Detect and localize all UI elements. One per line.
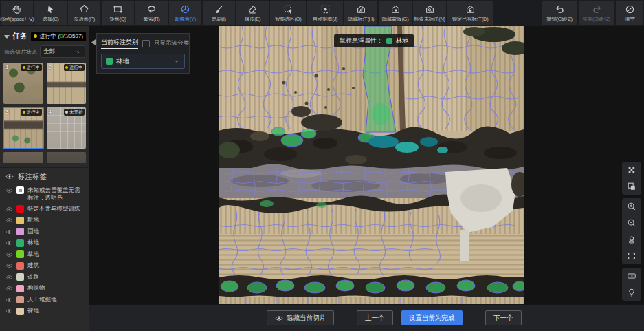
tool-smart-select[interactable]: 智能选区(O) xyxy=(270,1,306,25)
label-row-unknown[interactable]: 未知或云雪覆盖无需标注，透明色 xyxy=(0,184,89,203)
category-color-swatch xyxy=(106,58,113,65)
previous-button[interactable]: 上一个 xyxy=(357,310,393,325)
redo-button[interactable]: 恢复(Shift+Z) xyxy=(579,1,614,25)
thumbnail-4[interactable]: 4 未开始 xyxy=(47,107,87,149)
eye-icon[interactable] xyxy=(5,274,13,281)
next-button[interactable]: 下一个 xyxy=(485,310,522,325)
status-text: 进行中 xyxy=(39,32,56,40)
polygon-icon xyxy=(79,4,89,14)
hover-attribute-swatch xyxy=(386,38,392,44)
thumbnail-number: 3 xyxy=(5,109,8,115)
label-row-road[interactable]: 道路 xyxy=(0,271,89,283)
tool-select[interactable]: 选择(C) xyxy=(34,1,67,25)
label-name: 建筑 xyxy=(27,261,39,269)
thumbnail-partial[interactable] xyxy=(47,152,87,163)
zoom-in-icon[interactable] xyxy=(622,198,641,215)
label-row-forest[interactable]: 林地 xyxy=(0,237,89,249)
toolbar-spacer xyxy=(493,0,541,26)
eye-icon[interactable] xyxy=(5,187,13,194)
label-swatch xyxy=(16,262,24,270)
rail-group-zoom xyxy=(622,198,641,264)
label-row-building[interactable]: 建筑 xyxy=(0,260,89,272)
tool-label: 笔刷(I) xyxy=(212,16,226,23)
label-row-bareland[interactable]: 裸地 xyxy=(0,306,89,317)
category-dropdown[interactable]: 林地 xyxy=(101,54,185,69)
tool-label: 橡皮(E) xyxy=(245,16,261,23)
set-current-done-button[interactable]: 设置当前为完成 xyxy=(401,310,463,325)
eye-icon[interactable] xyxy=(5,251,13,258)
eye-icon[interactable] xyxy=(5,217,13,224)
clear-button[interactable]: 清空 xyxy=(616,1,643,25)
zoom-out-icon[interactable] xyxy=(622,215,641,231)
lasso-icon xyxy=(146,4,157,14)
tool-move[interactable]: 移动(space+ ↘) xyxy=(1,1,33,25)
thumbnail-number: 4 xyxy=(49,109,52,115)
thumbnail-partial[interactable] xyxy=(3,152,43,163)
thumbnail-3-selected[interactable]: 3 进行中 xyxy=(3,107,43,149)
eye-icon[interactable] xyxy=(5,308,13,314)
eye-icon[interactable] xyxy=(5,285,13,292)
label-row-structure[interactable]: 构筑物 xyxy=(0,283,89,295)
brush-icon xyxy=(214,4,224,14)
filter-select[interactable]: 全部 xyxy=(40,45,85,58)
satellite-image-render xyxy=(219,26,524,305)
only-show-category-checkbox[interactable] xyxy=(142,40,150,47)
keyboard-icon[interactable] xyxy=(622,268,641,284)
eye-icon[interactable] xyxy=(5,228,13,235)
filter-value: 全部 xyxy=(43,47,55,56)
label-row-excluded[interactable]: 特定不参与模型训练 xyxy=(0,203,89,215)
tool-label: 套索(R) xyxy=(144,16,160,23)
tool-hide-mask[interactable]: 隐藏蒙版(G) xyxy=(379,1,412,25)
hover-attribute-tooltip: 鼠标悬浮属性： 林地 xyxy=(334,34,414,47)
tool-lock-annotation[interactable]: 锁定已有标注(D) xyxy=(447,1,493,25)
locate-icon[interactable] xyxy=(622,231,641,248)
tool-superpixel[interactable]: 超像素(Y) xyxy=(169,1,201,25)
tool-eraser[interactable]: 橡皮(E) xyxy=(236,1,269,25)
eye-icon[interactable] xyxy=(5,239,13,246)
tool-label: 移动(space+ ↘) xyxy=(0,16,34,23)
eye-icon xyxy=(275,314,283,322)
thumbnail-2[interactable]: 2 进行中 xyxy=(47,63,87,104)
view-tool-rail xyxy=(622,162,641,301)
rail-group-help xyxy=(622,268,641,301)
redo-icon xyxy=(592,4,602,14)
satellite-image[interactable]: 鼠标悬浮属性： 林地 xyxy=(219,26,524,305)
eye-icon[interactable] xyxy=(5,297,13,303)
undo-button[interactable]: 撤销(Ctrl+Z) xyxy=(542,1,577,25)
tool-hide-annotation[interactable]: 隐藏标注(H) xyxy=(344,1,377,25)
tool-polygon[interactable]: 多边形(P) xyxy=(68,1,100,25)
thumbnail-list: 1 进行中 2 进行中 3 进行中 4 未开始 xyxy=(0,63,89,163)
labels-header: 标注标签 xyxy=(0,168,89,184)
label-swatch xyxy=(16,296,24,303)
labels-section: 标注标签 未知或云雪覆盖无需标注，透明色 特定不参与模型训练 耕地 园地 xyxy=(0,167,89,317)
hint-icon[interactable] xyxy=(622,284,641,301)
label-swatch xyxy=(16,205,24,213)
label-row-excavated[interactable]: 人工堆掘地 xyxy=(0,294,89,306)
set-current-done-label: 设置当前为完成 xyxy=(409,314,455,323)
task-title: 任务 xyxy=(12,31,27,41)
hover-attribute-label: 鼠标悬浮属性： xyxy=(340,36,383,45)
tool-label: 清空 xyxy=(625,16,634,23)
fit-screen-icon[interactable] xyxy=(622,248,641,264)
tool-rectangle[interactable]: 矩形(Q) xyxy=(102,1,134,25)
thumbnail-1[interactable]: 1 进行中 xyxy=(3,63,43,104)
tool-check-unlabeled[interactable]: 检查未标注(N) xyxy=(413,1,446,25)
tool-brush[interactable]: 笔刷(I) xyxy=(203,1,235,25)
lock-annotation-icon xyxy=(465,4,476,14)
hide-current-slice-button[interactable]: 隐藏当前切片 xyxy=(267,310,334,325)
clear-icon xyxy=(625,4,635,14)
label-row-garden[interactable]: 园地 xyxy=(0,226,89,237)
eye-icon[interactable] xyxy=(5,173,14,182)
task-header: 任务 进行中 (0/3/3597) xyxy=(0,26,89,44)
category-panel-title[interactable]: 当前标注类别 xyxy=(101,38,138,49)
grid-icon[interactable] xyxy=(622,162,641,178)
compare-icon[interactable] xyxy=(622,178,641,195)
tool-auto-matting[interactable]: 自动抠图(J) xyxy=(307,1,343,25)
tool-label: 撤销(Ctrl+Z) xyxy=(546,16,573,23)
eye-icon[interactable] xyxy=(5,206,13,213)
tool-lasso[interactable]: 套索(R) xyxy=(135,1,168,25)
label-row-grass[interactable]: 草地 xyxy=(0,248,89,260)
collapse-caret-icon[interactable] xyxy=(4,34,10,39)
label-row-farmland[interactable]: 耕地 xyxy=(0,215,89,226)
eye-icon[interactable] xyxy=(5,262,13,269)
